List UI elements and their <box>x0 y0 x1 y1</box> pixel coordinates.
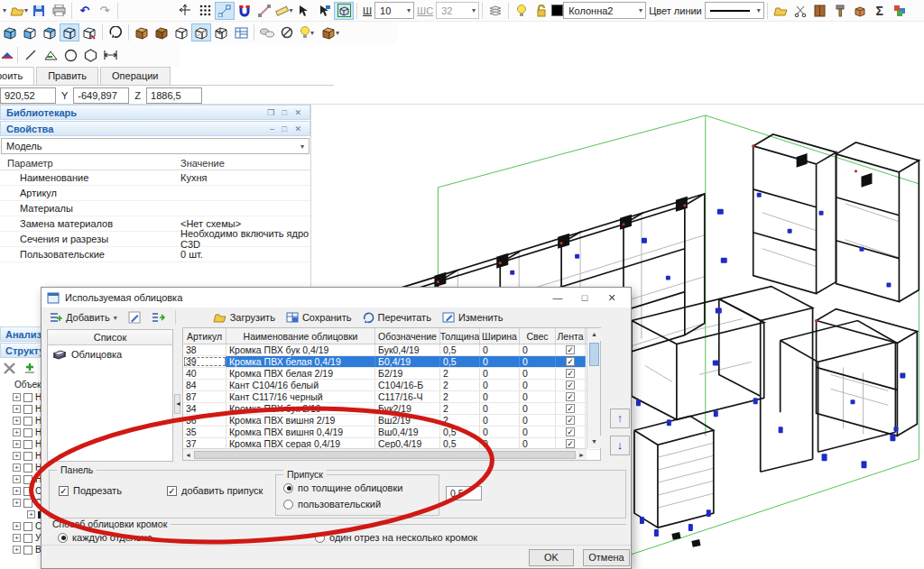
render-clouds-icon[interactable] <box>257 23 277 41</box>
shs-combo[interactable]: 32▾ <box>436 2 479 19</box>
sum-icon[interactable]: Σ <box>870 2 890 20</box>
expand-icon[interactable]: + <box>13 463 21 472</box>
table-row[interactable]: 34Кромка ПВХ бук 2/19Бук2/19200✓ <box>183 403 600 415</box>
bulb-icon[interactable] <box>512 2 531 20</box>
polygon-tool-icon[interactable] <box>80 46 100 64</box>
expand-icon[interactable]: + <box>13 417 21 425</box>
close-button[interactable]: ✕ <box>598 292 625 304</box>
cube-solid-icon[interactable] <box>0 23 20 41</box>
cube-shaded-icon[interactable] <box>20 23 40 41</box>
tape-checkbox[interactable]: ✓ <box>566 345 575 354</box>
folder-icon[interactable] <box>771 2 790 20</box>
white-cube-wire-icon[interactable] <box>191 23 211 41</box>
tape-checkbox[interactable]: ✓ <box>566 381 575 390</box>
maximize-button[interactable]: □ <box>571 292 598 304</box>
list-header[interactable]: Список <box>48 330 172 345</box>
lock-icon[interactable] <box>531 2 551 20</box>
magnet-icon[interactable] <box>235 2 254 20</box>
scroll-down-icon[interactable]: ▼ <box>587 436 601 448</box>
table-row[interactable]: 39Кромка ПВХ белая 0,4/19Б0,4/190,500✓ <box>183 356 600 368</box>
export-icon[interactable] <box>890 2 910 20</box>
tape-checkbox[interactable]: ✓ <box>566 416 575 425</box>
property-row[interactable]: Артикул <box>0 186 310 201</box>
package-icon[interactable] <box>850 2 870 20</box>
tree-checkbox[interactable] <box>23 522 32 531</box>
tape-checkbox-cell[interactable]: ✓ <box>556 415 586 426</box>
tape-checkbox-cell[interactable]: ✓ <box>556 344 586 355</box>
tab-operations[interactable]: Операции <box>100 67 170 86</box>
expand-icon[interactable]: + <box>13 393 21 401</box>
move-out-button[interactable] <box>147 310 170 325</box>
property-row[interactable]: НаименованиеКухня <box>0 170 310 186</box>
expand-icon[interactable]: + <box>13 428 21 436</box>
tape-checkbox[interactable]: ✓ <box>566 404 575 413</box>
trim-checkbox[interactable]: ✓ Подрезать <box>59 485 122 496</box>
model-selector[interactable]: Модель▾ <box>1 138 310 154</box>
tree-checkbox[interactable] <box>23 463 32 473</box>
by-thickness-radio-circle[interactable] <box>283 483 293 493</box>
list-item-edging[interactable]: Облицовка <box>48 345 172 363</box>
select-group-icon[interactable] <box>314 2 334 20</box>
splitter-collapse-button[interactable]: ◄ <box>174 394 180 414</box>
expand-icon[interactable]: + <box>13 546 21 554</box>
scroll-up-icon[interactable]: ▲ <box>587 328 601 341</box>
tree-checkbox[interactable] <box>23 428 32 437</box>
expand-icon[interactable]: + <box>13 452 21 460</box>
dimension-tool-icon[interactable] <box>100 46 120 64</box>
open-file-icon[interactable]: ▾ <box>9 2 29 20</box>
table-row[interactable]: 84Кант С104/16 белыйС104/16-Б200✓ <box>183 380 600 391</box>
table-row[interactable]: 40Кромка ПВХ белая 2/19Б2/19200✓ <box>183 368 600 380</box>
tree-checkbox[interactable] <box>23 417 32 426</box>
save-icon[interactable] <box>29 2 49 20</box>
tape-checkbox-cell[interactable]: ✓ <box>556 403 586 414</box>
allowance-checkbox-box[interactable]: ✓ <box>167 486 177 496</box>
cabinet-icon[interactable] <box>810 2 830 20</box>
3d-view-icon[interactable] <box>334 2 354 20</box>
column-header[interactable]: Наименование облицовки <box>226 328 375 344</box>
reread-button[interactable]: Перечитать <box>358 310 436 326</box>
change-button[interactable]: Изменить <box>438 310 508 325</box>
table-row[interactable]: 87Кант С117/16 черныйС117/16-Ч200✓ <box>183 391 600 403</box>
table-view-icon[interactable] <box>231 23 251 41</box>
layers-icon[interactable] <box>485 2 505 20</box>
tape-checkbox[interactable]: ✓ <box>566 427 575 436</box>
print-icon[interactable] <box>49 2 69 20</box>
light-icon[interactable]: ▾ <box>297 23 317 41</box>
texture-cube-icon[interactable] <box>152 23 171 41</box>
tree-checkbox[interactable] <box>23 475 32 484</box>
property-row[interactable]: Пользовательские0 шт. <box>0 247 310 262</box>
cube-edit-icon[interactable] <box>79 23 99 41</box>
property-row[interactable]: Сечения и разрезыНеобходимо включить ядр… <box>0 232 310 247</box>
move-row-up-button[interactable]: ↑ <box>610 408 630 428</box>
scissors-icon[interactable] <box>790 2 810 20</box>
tape-checkbox-cell[interactable]: ✓ <box>556 427 586 437</box>
one-cut-radio-circle[interactable] <box>315 533 325 543</box>
custom-radio[interactable]: пользовательский <box>283 499 381 509</box>
move-axes-icon[interactable] <box>175 2 195 20</box>
measure-line-icon[interactable] <box>254 2 274 20</box>
tape-checkbox-cell[interactable]: ✓ <box>556 380 586 390</box>
node-edit-icon[interactable] <box>215 2 235 20</box>
expand-icon[interactable]: + <box>13 475 21 483</box>
tree-checkbox[interactable] <box>23 440 32 449</box>
no-render-icon[interactable] <box>277 23 297 41</box>
current-color-swatch[interactable] <box>551 5 563 16</box>
trim-checkbox-box[interactable]: ✓ <box>59 486 69 496</box>
line-tool-icon[interactable] <box>21 46 41 64</box>
tree-checkbox[interactable] <box>23 487 32 496</box>
ok-button[interactable]: OK <box>529 549 574 566</box>
tree-checkbox[interactable] <box>23 546 32 555</box>
column-header[interactable]: Обозначение <box>375 328 440 344</box>
width-combo[interactable]: 10▾ <box>374 2 414 19</box>
tape-checkbox-cell[interactable]: ✓ <box>556 356 586 367</box>
dropdown-arrow-icon[interactable]: ▾ <box>0 2 9 20</box>
undo-icon[interactable]: ↶ <box>75 2 95 20</box>
add-button[interactable]: Добавить▾ <box>45 310 122 325</box>
move-row-down-button[interactable]: ↓ <box>610 436 630 455</box>
load-button[interactable]: Загрузить <box>208 310 280 325</box>
column-header[interactable]: Лента <box>556 328 586 344</box>
tree-checkbox[interactable] <box>23 405 32 414</box>
each-separately-radio[interactable]: каждую отдельно <box>58 532 152 543</box>
tree-checkbox[interactable] <box>23 534 32 543</box>
hscroll-thumb[interactable] <box>194 451 576 459</box>
